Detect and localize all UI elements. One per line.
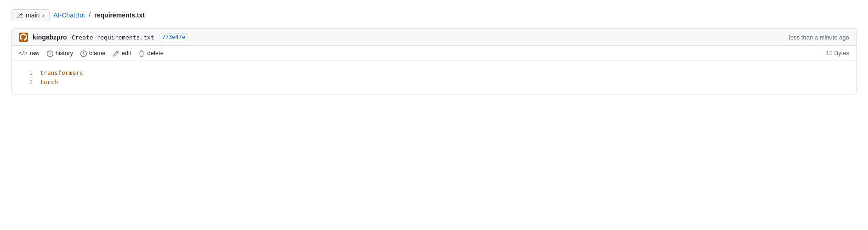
file-name: requirements.txt <box>94 11 145 19</box>
file-size: 18 Bytes <box>826 50 849 56</box>
line-code-1: transformers <box>40 68 83 78</box>
edit-icon <box>113 50 119 57</box>
code-line-2: 2 torch <box>11 78 857 87</box>
line-number-1: 1 <box>19 68 33 78</box>
delete-icon <box>138 50 145 57</box>
repo-link[interactable]: AI-ChatBot <box>53 11 85 19</box>
raw-label: raw <box>30 50 40 56</box>
branch-label: main <box>26 11 40 19</box>
file-actions: </> raw history <box>11 46 857 61</box>
avatar <box>19 33 28 42</box>
blame-icon <box>80 50 87 57</box>
file-header-left: kingabzpro Create requirements.txt 773e4… <box>19 33 188 42</box>
branch-icon: ⎇ <box>16 12 23 19</box>
file-box: kingabzpro Create requirements.txt 773e4… <box>11 28 857 95</box>
line-number-2: 2 <box>19 78 33 87</box>
breadcrumb: ⎇ main ▾ AI-ChatBot / requirements.txt <box>11 9 857 21</box>
page: ⎇ main ▾ AI-ChatBot / requirements.txt k… <box>0 0 868 104</box>
file-content: 1 transformers 2 torch <box>11 61 857 95</box>
delete-link[interactable]: delete <box>138 50 163 57</box>
line-code-2: torch <box>40 78 58 87</box>
breadcrumb-separator: / <box>89 11 91 19</box>
blame-label: blame <box>89 50 105 56</box>
chevron-down-icon: ▾ <box>42 13 45 18</box>
history-icon <box>47 50 53 57</box>
code-line-1: 1 transformers <box>11 68 857 78</box>
branch-selector[interactable]: ⎇ main ▾ <box>11 9 50 21</box>
history-label: history <box>56 50 73 56</box>
edit-link[interactable]: edit <box>113 50 131 57</box>
raw-icon: </> <box>19 50 28 56</box>
file-header: kingabzpro Create requirements.txt 773e4… <box>11 29 857 46</box>
blame-link[interactable]: blame <box>80 50 105 57</box>
commit-author[interactable]: kingabzpro <box>33 34 67 41</box>
commit-message: Create requirements.txt <box>72 34 154 41</box>
commit-time: less than a minute ago <box>789 34 849 41</box>
delete-label: delete <box>147 50 163 56</box>
raw-link[interactable]: </> raw <box>19 50 40 56</box>
history-link[interactable]: history <box>47 50 73 57</box>
edit-label: edit <box>121 50 131 56</box>
commit-hash[interactable]: 773e47e <box>159 33 189 41</box>
file-actions-left: </> raw history <box>19 50 164 57</box>
